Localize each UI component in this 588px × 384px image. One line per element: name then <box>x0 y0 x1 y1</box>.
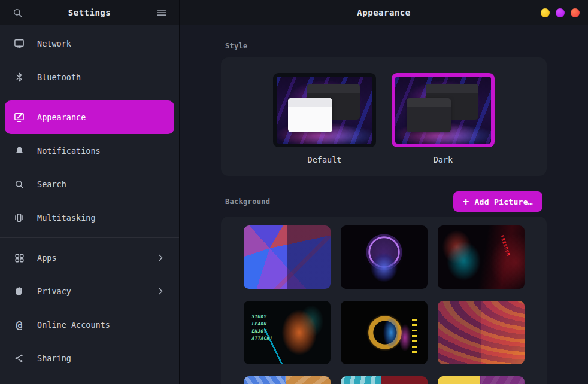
main-panel: Appearance Style <box>180 0 588 384</box>
window-control-purple[interactable] <box>556 8 565 17</box>
share-icon <box>13 352 25 364</box>
sidebar-item-label: Network <box>37 39 71 48</box>
sidebar-item-appearance[interactable]: Appearance <box>5 100 174 134</box>
add-picture-button[interactable]: + Add Picture… <box>453 191 542 212</box>
sidebar-item-label: Notifications <box>37 146 101 156</box>
sidebar-item-network[interactable]: Network <box>5 27 174 60</box>
thumbnail-text: FREEDOM <box>499 234 511 257</box>
background-thumbnail-1[interactable] <box>244 225 331 289</box>
style-preview-default-wallpaper <box>277 77 372 144</box>
thumbnail-text-block: STUDY LEARN ENJOY ATTACK! <box>252 314 273 341</box>
apps-grid-icon <box>13 252 25 264</box>
background-thumbnail-6[interactable] <box>438 301 525 364</box>
style-preview-frame <box>273 73 376 147</box>
style-preview-frame-selected <box>392 73 495 147</box>
at-icon: @ <box>13 319 25 331</box>
chevron-right-icon <box>155 286 166 297</box>
sidebar-item-label: Apps <box>37 253 57 263</box>
sidebar-item-label: Sharing <box>37 353 71 363</box>
sidebar: Settings Network Bluetooth <box>0 0 180 384</box>
background-thumbnail-5[interactable] <box>341 301 428 364</box>
style-card: Default Dark <box>221 57 547 176</box>
background-thumbnail-8[interactable] <box>341 376 428 384</box>
nav-divider <box>0 237 179 238</box>
sidebar-item-multitasking[interactable]: Multitasking <box>5 201 174 234</box>
multitasking-icon <box>13 212 25 224</box>
sidebar-header: Settings <box>0 0 179 25</box>
background-thumbnail-9[interactable] <box>438 376 525 384</box>
style-preview-dark-wallpaper <box>395 77 491 144</box>
bell-icon <box>13 145 25 157</box>
settings-window: Settings Network Bluetooth <box>0 0 588 384</box>
main-header: Appearance <box>180 0 588 25</box>
sidebar-item-bluetooth[interactable]: Bluetooth <box>5 60 174 94</box>
sidebar-item-label: Privacy <box>37 287 71 296</box>
sidebar-item-label: Search <box>37 179 66 189</box>
sidebar-nav: Network Bluetooth Appearance Notific <box>0 25 179 384</box>
window-controls <box>541 0 580 25</box>
background-thumbnail-2[interactable] <box>341 225 428 289</box>
background-thumbnail-7[interactable] <box>244 376 331 384</box>
search-button[interactable] <box>10 5 25 20</box>
style-option-default[interactable]: Default <box>273 73 376 176</box>
background-gallery-card: FREEDOM STUDY LEARN ENJOY ATTACK! <box>221 217 547 384</box>
background-section-header: Background + Add Picture… <box>225 191 542 212</box>
search-icon <box>13 178 25 190</box>
thumbnail-text-line: ENJOY <box>252 328 273 334</box>
sidebar-item-online-accounts[interactable]: @ Online Accounts <box>5 308 174 342</box>
search-icon <box>12 7 23 19</box>
sidebar-title: Settings <box>30 8 149 17</box>
style-option-dark[interactable]: Dark <box>392 73 495 176</box>
background-thumbnail-4[interactable]: STUDY LEARN ENJOY ATTACK! <box>244 301 331 364</box>
menu-button[interactable] <box>154 5 169 20</box>
thumbnail-text-line: ATTACK! <box>252 336 273 341</box>
sidebar-item-privacy[interactable]: Privacy <box>5 275 174 308</box>
display-icon <box>13 38 25 50</box>
style-section-label: Style <box>225 42 542 50</box>
sidebar-item-search[interactable]: Search <box>5 167 174 201</box>
window-control-yellow[interactable] <box>541 8 550 17</box>
sidebar-item-label: Appearance <box>37 112 86 122</box>
sidebar-item-apps[interactable]: Apps <box>5 241 174 275</box>
bluetooth-icon <box>13 71 25 83</box>
content-column: Style Default <box>221 42 547 384</box>
sidebar-item-label: Bluetooth <box>37 72 81 82</box>
hamburger-icon <box>156 7 168 19</box>
chevron-right-icon <box>155 252 166 263</box>
preview-front-window-light <box>288 98 332 132</box>
add-picture-button-label: Add Picture… <box>474 197 533 206</box>
background-thumbnail-3[interactable]: FREEDOM <box>438 225 525 289</box>
style-option-label: Dark <box>434 155 453 164</box>
style-option-label: Default <box>308 155 342 164</box>
sidebar-item-label: Online Accounts <box>37 320 110 330</box>
sidebar-item-sharing[interactable]: Sharing <box>5 342 174 375</box>
hand-icon <box>13 285 25 297</box>
nav-divider <box>0 97 179 97</box>
sidebar-item-label: Multitasking <box>37 213 96 223</box>
sidebar-item-notifications[interactable]: Notifications <box>5 134 174 167</box>
plus-icon: + <box>463 197 469 207</box>
content-scroll-area[interactable]: Style Default <box>180 25 588 384</box>
background-section-label: Background <box>225 197 270 206</box>
window-control-red[interactable] <box>571 8 580 17</box>
page-title: Appearance <box>357 8 410 17</box>
thumbnail-text-line: LEARN <box>252 321 273 327</box>
appearance-icon <box>13 111 25 123</box>
preview-front-window-dark <box>407 98 451 132</box>
thumbnail-text-line: STUDY <box>252 314 273 319</box>
